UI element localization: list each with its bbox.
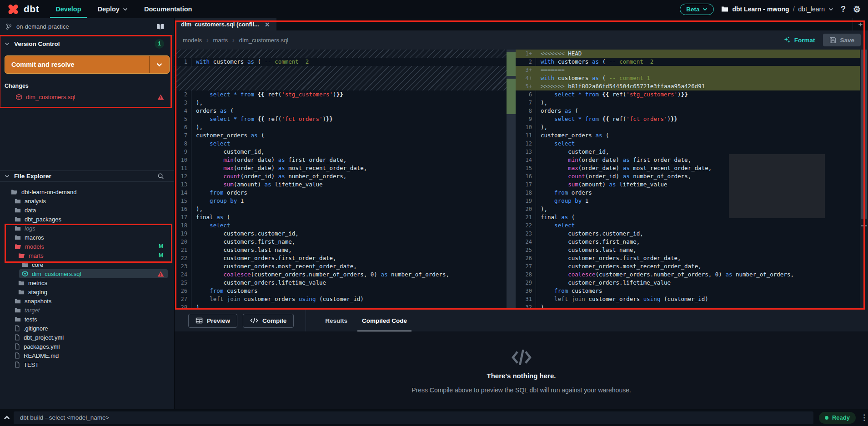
line-number: 18 bbox=[175, 221, 191, 230]
folder-icon bbox=[15, 235, 21, 241]
line-number: 12 bbox=[175, 172, 191, 180]
branch-name: on-demand-practice bbox=[16, 23, 69, 30]
empty-state-subtitle: Press Compile above to preview the SQL d… bbox=[411, 386, 631, 394]
breadcrumb-item[interactable]: marts bbox=[213, 37, 228, 44]
diff-left-pane[interactable]: 1with customers as ( -- comment 22 selec… bbox=[175, 50, 507, 310]
docs-book-icon[interactable] bbox=[156, 24, 164, 30]
version-control-header[interactable]: Version Control 1 bbox=[0, 35, 174, 52]
branch-selector[interactable]: on-demand-practice bbox=[0, 18, 174, 35]
code-line: 11 max(order_date) as most_recent_order_… bbox=[175, 164, 507, 172]
tree-item-dbt-packages[interactable]: dbt_packages bbox=[0, 215, 174, 224]
preview-button[interactable]: Preview bbox=[188, 314, 237, 328]
tree-item-macros[interactable]: macros bbox=[0, 233, 174, 242]
code-line: 23 customers.customer_id, bbox=[516, 230, 860, 238]
empty-state-title: There's nothing here. bbox=[487, 372, 556, 380]
dbt-cloud-ide: dbt DevelopDeployDocumentation Beta dbt … bbox=[0, 0, 868, 426]
breadcrumb-item[interactable]: models bbox=[183, 37, 202, 44]
tab-compiled-code[interactable]: Compiled Code bbox=[355, 310, 414, 331]
modified-badge: M bbox=[159, 243, 163, 250]
beta-dropdown[interactable]: Beta bbox=[680, 4, 714, 15]
tree-item-staging[interactable]: staging bbox=[0, 287, 174, 296]
tree-item-dbt-project-yml[interactable]: dbt_project.yml bbox=[0, 333, 174, 342]
code-line: 6 select * from {{ ref('stg_customers')}… bbox=[516, 90, 860, 99]
help-icon[interactable]: ? bbox=[841, 5, 846, 13]
nav-deploy[interactable]: Deploy bbox=[98, 0, 128, 18]
dbt-logo-icon[interactable] bbox=[6, 2, 20, 16]
tab-results[interactable]: Results bbox=[318, 310, 355, 331]
tree-item-models[interactable]: modelsM bbox=[0, 242, 174, 251]
file-explorer-header[interactable]: File Explorer bbox=[0, 170, 174, 182]
tree-item-test[interactable]: TEST bbox=[0, 360, 174, 369]
folder-icon bbox=[15, 316, 21, 322]
tree-item-label: staging bbox=[28, 289, 47, 296]
commit-options-dropdown[interactable] bbox=[149, 56, 169, 73]
tree-item-marts[interactable]: martsM bbox=[0, 251, 174, 260]
line-number: 1+ bbox=[516, 50, 536, 58]
tree-item-snapshots[interactable]: snapshots bbox=[0, 296, 174, 306]
nav-documentation[interactable]: Documentation bbox=[144, 0, 192, 18]
dbt-logo-text[interactable]: dbt bbox=[24, 4, 39, 15]
project-selector[interactable]: dbt Learn - mwong / dbt_learn bbox=[721, 5, 833, 13]
commit-button-label: Commit and resolve bbox=[5, 61, 149, 68]
close-tab-icon[interactable]: ✕ bbox=[265, 21, 270, 28]
changed-file-row[interactable]: dim_customers.sql bbox=[0, 92, 174, 102]
save-label: Save bbox=[840, 37, 854, 44]
tree-item-analysis[interactable]: analysis bbox=[0, 196, 174, 205]
code-line: 2with customers as ( -- comment 2 bbox=[516, 58, 860, 66]
project-name: dbt Learn - mwong bbox=[732, 5, 789, 13]
editor-scrollbar[interactable] bbox=[860, 50, 868, 310]
tree-item-core[interactable]: core bbox=[0, 260, 174, 269]
nav-develop[interactable]: Develop bbox=[55, 0, 81, 18]
editor-tab-bar: dim_customers.sql (confli... ✕ + bbox=[175, 18, 868, 30]
tree-item--gitignore[interactable]: .gitignore bbox=[0, 324, 174, 333]
tree-item-readme-md[interactable]: README.md bbox=[0, 351, 174, 360]
kebab-menu-icon[interactable]: ⋮ bbox=[860, 413, 868, 422]
code-line: 22 customer_orders.first_order_date, bbox=[175, 254, 507, 262]
search-icon[interactable] bbox=[157, 173, 164, 180]
commit-and-resolve-button[interactable]: Commit and resolve bbox=[5, 55, 170, 74]
compile-label: Compile bbox=[262, 317, 286, 324]
editor-tab-dim-customers[interactable]: dim_customers.sql (confli... ✕ bbox=[175, 18, 276, 30]
environment-name: dbt_learn bbox=[798, 5, 825, 13]
code-line: 5+>>>>>>> b81f802a66fd544504c65721e3ffaa… bbox=[516, 82, 860, 90]
tree-item-target[interactable]: target bbox=[0, 306, 174, 315]
folder-icon bbox=[15, 216, 21, 222]
folder-open-icon bbox=[11, 189, 18, 195]
tree-item-data[interactable]: data bbox=[0, 205, 174, 215]
tree-item-dbt-learn-on-demand[interactable]: dbt-learn-on-demand bbox=[0, 187, 174, 196]
line-number: 6 bbox=[516, 90, 536, 99]
command-input[interactable] bbox=[14, 411, 813, 424]
compile-button[interactable]: Compile bbox=[243, 314, 294, 328]
save-button[interactable]: Save bbox=[823, 34, 861, 46]
file-icon bbox=[15, 343, 20, 350]
tree-item-dim-customers-sql[interactable]: dim_customers.sql bbox=[19, 269, 168, 278]
code-line: 28 coalesce(customer_orders.number_of_or… bbox=[516, 271, 860, 279]
tree-item-label: models bbox=[25, 243, 44, 250]
git-branch-icon bbox=[5, 23, 12, 30]
new-tab-button[interactable]: + bbox=[853, 18, 868, 30]
line-number: 11 bbox=[175, 164, 191, 172]
code-line: 12 count(order_id) as number_of_orders, bbox=[175, 172, 507, 180]
table-icon bbox=[196, 317, 203, 324]
tree-item-tests[interactable]: tests bbox=[0, 315, 174, 324]
line-number: 1 bbox=[175, 58, 191, 66]
diff-change-gutter[interactable] bbox=[507, 50, 516, 310]
code-line: 19 customers.customer_id, bbox=[175, 230, 507, 238]
tree-item-label: .gitignore bbox=[24, 325, 48, 332]
tree-item-metrics[interactable]: metrics bbox=[0, 278, 174, 287]
folder-open-icon bbox=[15, 244, 21, 250]
format-button[interactable]: Format bbox=[783, 36, 815, 44]
tree-item-label: target bbox=[25, 307, 40, 314]
diff-editor[interactable]: 1with customers as ( -- comment 22 selec… bbox=[175, 50, 868, 310]
tree-item-logs[interactable]: logs bbox=[0, 224, 174, 233]
chevron-up-icon[interactable] bbox=[0, 416, 14, 420]
tree-item-label: dbt_packages bbox=[25, 216, 61, 223]
tree-item-label: snapshots bbox=[25, 298, 51, 305]
collapsed-diff-region bbox=[175, 66, 507, 90]
tab-title: dim_customers.sql (confli... bbox=[181, 21, 259, 28]
breadcrumb-item[interactable]: dim_customers.sql bbox=[239, 37, 288, 44]
gear-icon[interactable]: ⚙ bbox=[853, 5, 861, 14]
line-number: 20 bbox=[175, 238, 191, 246]
tree-item-packages-yml[interactable]: packages.yml bbox=[0, 342, 174, 351]
code-line: 32) bbox=[516, 303, 860, 310]
